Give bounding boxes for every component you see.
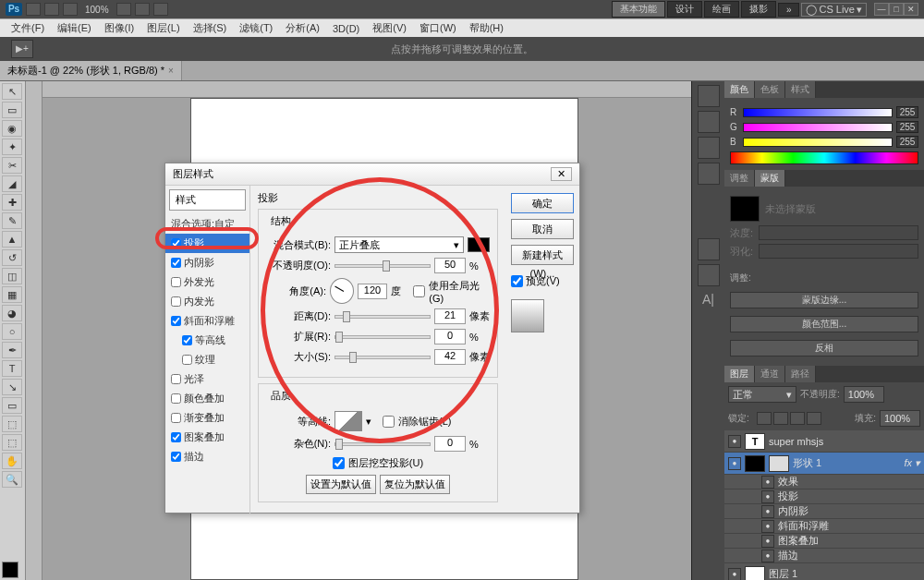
spread-value[interactable]: 0 bbox=[434, 329, 466, 344]
g-value[interactable]: 255 bbox=[896, 121, 918, 133]
blend-mode-combo[interactable]: 正片叠底▾ bbox=[334, 236, 464, 253]
shape-tool[interactable]: ▭ bbox=[2, 397, 22, 414]
lock-pos-icon[interactable] bbox=[790, 412, 805, 425]
view-extras-icon[interactable] bbox=[63, 3, 78, 16]
angle-dial[interactable] bbox=[330, 278, 354, 304]
close-icon[interactable]: ✕ bbox=[904, 3, 918, 16]
menu-filter[interactable]: 滤镜(T) bbox=[234, 19, 278, 37]
eye-icon[interactable]: ● bbox=[761, 520, 774, 533]
noise-value[interactable]: 0 bbox=[434, 436, 466, 452]
color-spectrum[interactable] bbox=[730, 151, 918, 164]
style-checkbox[interactable] bbox=[171, 238, 181, 248]
menu-view[interactable]: 视图(V) bbox=[367, 19, 412, 37]
workspace-photography-button[interactable]: 摄影 bbox=[741, 1, 776, 18]
size-value[interactable]: 42 bbox=[434, 349, 466, 365]
effect-row[interactable]: ●图案叠加 bbox=[724, 534, 924, 549]
paragraph-panel-icon[interactable] bbox=[698, 264, 720, 286]
current-tool-preset[interactable]: ▶+ bbox=[11, 40, 33, 58]
opacity-value[interactable]: 50 bbox=[434, 258, 466, 273]
workspace-painting-button[interactable]: 绘画 bbox=[704, 1, 739, 18]
eye-icon[interactable]: ● bbox=[728, 435, 741, 448]
b-slider[interactable] bbox=[743, 138, 893, 147]
dialog-title-bar[interactable]: 图层样式 ✕ bbox=[165, 163, 579, 186]
lock-pixel-icon[interactable] bbox=[773, 412, 788, 425]
style-drop-shadow[interactable]: 投影 bbox=[165, 234, 249, 253]
workspace-design-button[interactable]: 设计 bbox=[667, 1, 702, 18]
menu-window[interactable]: 窗口(W) bbox=[414, 19, 462, 37]
blend-mode-dropdown[interactable]: 正常▾ bbox=[728, 386, 796, 403]
mini-bridge-icon[interactable] bbox=[44, 3, 59, 16]
eye-icon[interactable]: ● bbox=[761, 476, 774, 489]
move-tool[interactable]: ↖ bbox=[2, 83, 22, 100]
density-input[interactable] bbox=[759, 225, 918, 240]
knockout-checkbox[interactable] bbox=[333, 457, 345, 469]
lock-trans-icon[interactable] bbox=[757, 412, 772, 425]
bridge-icon[interactable] bbox=[26, 3, 41, 16]
size-slider[interactable] bbox=[334, 356, 431, 359]
style-satin[interactable]: 光泽 bbox=[165, 369, 249, 389]
cs-live-button[interactable]: ◯CS Live▾ bbox=[801, 3, 867, 17]
menu-file[interactable]: 文件(F) bbox=[6, 19, 50, 37]
styles-heading[interactable]: 样式 bbox=[169, 189, 246, 211]
close-tab-icon[interactable]: × bbox=[168, 66, 174, 76]
r-slider[interactable] bbox=[743, 108, 893, 117]
effect-row[interactable]: ●投影 bbox=[724, 489, 924, 504]
screen-mode-icon[interactable] bbox=[153, 3, 168, 16]
style-checkbox[interactable] bbox=[171, 277, 181, 287]
spread-slider[interactable] bbox=[334, 335, 431, 339]
tab-channels[interactable]: 通道 bbox=[755, 366, 785, 382]
menu-help[interactable]: 帮助(H) bbox=[464, 19, 509, 37]
character-a-icon[interactable]: A| bbox=[692, 292, 724, 307]
pen-tool[interactable]: ✒ bbox=[2, 342, 22, 358]
style-checkbox[interactable] bbox=[171, 413, 181, 423]
crop-tool[interactable]: ✂ bbox=[2, 157, 22, 174]
contour-picker[interactable] bbox=[334, 411, 362, 431]
noise-slider[interactable] bbox=[334, 442, 431, 446]
eraser-tool[interactable]: ◫ bbox=[2, 268, 22, 284]
minimize-icon[interactable]: — bbox=[874, 3, 889, 16]
style-checkbox[interactable] bbox=[171, 393, 181, 404]
tab-layers[interactable]: 图层 bbox=[724, 366, 755, 382]
set-default-button[interactable]: 设置为默认值 bbox=[306, 475, 376, 494]
lasso-tool[interactable]: ◉ bbox=[2, 120, 22, 137]
gradient-tool[interactable]: ▦ bbox=[2, 286, 22, 303]
workspace-essentials-button[interactable]: 基本功能 bbox=[612, 1, 665, 18]
style-checkbox[interactable] bbox=[171, 316, 181, 326]
antialias-checkbox[interactable] bbox=[383, 416, 395, 428]
new-style-button[interactable]: 新建样式(W)... bbox=[511, 245, 574, 265]
stamp-tool[interactable]: ▲ bbox=[2, 231, 22, 248]
tab-color[interactable]: 颜色 bbox=[724, 81, 755, 98]
document-tab[interactable]: 未标题-1 @ 22% (形状 1, RGB/8) * × bbox=[0, 61, 182, 80]
layer-row[interactable]: ●Tsuper mhsjs bbox=[724, 430, 924, 453]
menu-edit[interactable]: 编辑(E) bbox=[52, 19, 97, 37]
lock-all-icon[interactable] bbox=[807, 412, 821, 425]
cancel-button[interactable]: 取消 bbox=[511, 219, 574, 239]
style-checkbox[interactable] bbox=[171, 374, 181, 384]
tab-adjust[interactable]: 调整 bbox=[724, 170, 755, 187]
r-value[interactable]: 255 bbox=[896, 106, 918, 118]
3d-tool[interactable]: ⬚ bbox=[2, 416, 22, 432]
type-tool[interactable]: T bbox=[2, 360, 22, 377]
brush-tool[interactable]: ✎ bbox=[2, 212, 22, 229]
tab-styles[interactable]: 样式 bbox=[785, 81, 816, 98]
zoom-tool[interactable]: 🔍 bbox=[2, 471, 22, 488]
menu-3d[interactable]: 3D(D) bbox=[327, 21, 365, 36]
hand-icon[interactable] bbox=[116, 3, 131, 16]
foreground-color[interactable] bbox=[2, 562, 18, 578]
g-slider[interactable] bbox=[743, 123, 893, 132]
style-bevel[interactable]: 斜面和浮雕 bbox=[165, 311, 249, 331]
style-checkbox[interactable] bbox=[171, 258, 181, 268]
eye-icon[interactable]: ● bbox=[761, 490, 774, 503]
history-panel-icon[interactable] bbox=[698, 85, 720, 107]
feather-input[interactable] bbox=[759, 244, 918, 259]
style-checkbox[interactable] bbox=[182, 335, 192, 345]
eyedropper-tool[interactable]: ◢ bbox=[2, 175, 22, 192]
history-brush-tool[interactable]: ↺ bbox=[2, 249, 22, 266]
style-pattern-overlay[interactable]: 图案叠加 bbox=[165, 428, 249, 447]
effect-row[interactable]: ●描边 bbox=[724, 549, 924, 563]
eye-icon[interactable]: ● bbox=[728, 457, 741, 470]
global-light-checkbox[interactable] bbox=[413, 285, 425, 297]
ok-button[interactable]: 确定 bbox=[511, 193, 574, 213]
heal-tool[interactable]: ✚ bbox=[2, 194, 22, 211]
tab-paths[interactable]: 路径 bbox=[785, 366, 816, 382]
